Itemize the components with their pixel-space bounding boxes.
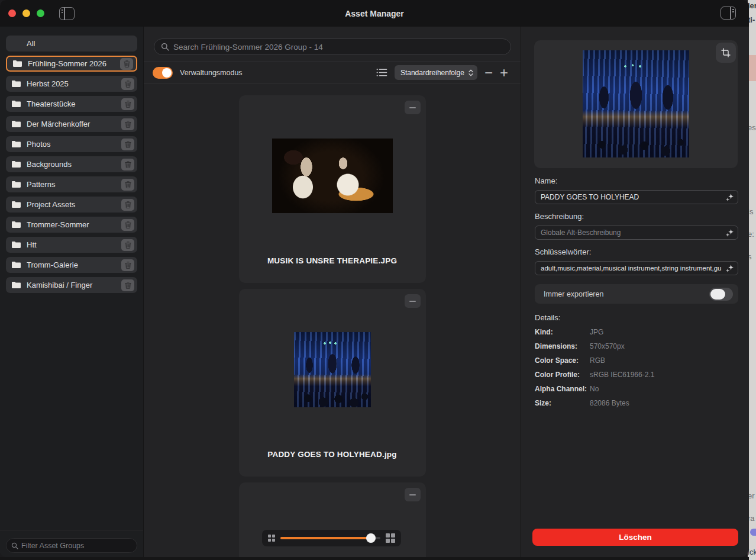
folder-icon xyxy=(11,241,21,249)
delete-group-button[interactable] xyxy=(121,219,134,231)
zoom-in-button[interactable]: + xyxy=(500,67,508,79)
ai-sparkle-icon[interactable] xyxy=(726,228,734,237)
delete-button[interactable]: Löschen xyxy=(532,529,738,546)
delete-group-button[interactable] xyxy=(121,78,134,90)
sidebar-item-label: Patterns xyxy=(27,180,121,189)
sidebar-item-group[interactable]: Htt xyxy=(6,237,137,253)
sort-order-value: Standardreihenfolge xyxy=(400,69,464,77)
zoom-window-button[interactable] xyxy=(37,9,44,17)
name-input[interactable]: PADDY GOES TO HOLYHEAD xyxy=(535,190,738,204)
folder-icon xyxy=(11,80,21,88)
delete-group-button[interactable] xyxy=(121,199,134,211)
toggle-sidebar-icon[interactable] xyxy=(59,7,75,20)
delete-group-button[interactable] xyxy=(121,279,134,291)
sidebar-item-label: Theaterstücke xyxy=(27,99,121,108)
ai-sparkle-icon[interactable] xyxy=(726,193,734,201)
search-input[interactable]: Search Frühling-Sommer 2026 Group - 14 xyxy=(154,38,511,55)
folder-icon xyxy=(11,160,21,168)
detail-row: Kind: JPG xyxy=(535,328,738,336)
detail-value: 82086 Bytes xyxy=(590,399,629,407)
sidebar-item-group[interactable]: Backgrounds xyxy=(6,156,137,172)
sidebar-item-group[interactable]: Der Märchenkoffer xyxy=(6,116,137,132)
sidebar-item-group[interactable]: Tromm-Galerie xyxy=(6,257,137,273)
sidebar-divider xyxy=(0,530,143,530)
bg-pink-block xyxy=(748,55,756,81)
filter-asset-groups-input[interactable]: Filter Asset Groups xyxy=(6,538,137,553)
detail-value: sRGB IEC61966-2.1 xyxy=(590,371,654,379)
sidebar-item-group[interactable]: Patterns xyxy=(6,176,137,192)
bg-blue-oval xyxy=(750,529,756,536)
sidebar-item-group[interactable]: Project Assets xyxy=(6,197,137,213)
always-export-row: Immer exportieren xyxy=(535,284,738,304)
ai-sparkle-icon[interactable] xyxy=(726,264,734,272)
delete-group-button[interactable] xyxy=(121,139,134,150)
delete-group-button[interactable] xyxy=(121,98,134,110)
always-export-label: Immer exportieren xyxy=(544,290,709,298)
asset-card[interactable]: MUSIK IS UNSRE THERAPIE.JPG xyxy=(239,95,426,283)
name-label: Name: xyxy=(535,176,557,185)
sidebar-item-label: All xyxy=(27,39,134,48)
delete-group-button[interactable] xyxy=(121,259,134,271)
thumbnail-size-slider[interactable] xyxy=(280,537,380,539)
preview-image xyxy=(583,50,689,157)
zoom-out-button[interactable]: − xyxy=(484,67,493,79)
close-window-button[interactable] xyxy=(8,9,16,17)
crop-icon xyxy=(721,48,731,57)
slider-fill xyxy=(280,537,371,539)
sidebar-item-label: Kamishibai / Finger xyxy=(27,281,121,289)
detail-label: Color Space: xyxy=(535,356,590,365)
sidebar-item-label: Project Assets xyxy=(27,200,121,209)
detail-row: Dimensions: 570x570px xyxy=(535,342,738,350)
search-icon xyxy=(11,542,18,549)
list-view-icon[interactable] xyxy=(376,68,387,77)
toggle-inspector-icon[interactable] xyxy=(721,7,736,20)
delete-group-button[interactable] xyxy=(121,179,134,191)
sidebar-item-group[interactable]: Theaterstücke xyxy=(6,96,137,112)
keywords-input[interactable]: adult,music,material,musical instrument,… xyxy=(535,261,738,275)
management-mode-toggle[interactable] xyxy=(153,67,173,79)
folder-icon xyxy=(11,120,21,128)
delete-group-button[interactable] xyxy=(121,239,134,251)
folder-icon xyxy=(12,60,22,67)
sidebar-item-label: Trommer-Sommer xyxy=(27,220,121,229)
description-placeholder: Globale Alt-Beschreibung xyxy=(541,228,726,237)
bg-fragment: ick xyxy=(748,548,756,556)
delete-group-button[interactable] xyxy=(120,58,133,70)
traffic-lights xyxy=(8,9,44,17)
sort-order-select[interactable]: Standardreihenfolge xyxy=(395,65,477,80)
folder-icon xyxy=(11,281,21,289)
sidebar-item-label: Htt xyxy=(27,240,121,249)
asset-card[interactable]: PADDY GOES TO HOLYHEAD.jpg xyxy=(239,289,426,477)
folder-icon xyxy=(11,181,21,188)
sidebar-item-group[interactable]: Photos xyxy=(6,136,137,152)
remove-asset-button[interactable] xyxy=(405,294,421,308)
detail-row: Color Profile: sRGB IEC61966-2.1 xyxy=(535,371,738,379)
detail-label: Size: xyxy=(535,399,590,407)
always-export-toggle[interactable] xyxy=(709,288,733,301)
detail-value: JPG xyxy=(590,328,603,336)
remove-asset-button[interactable] xyxy=(405,101,421,114)
keywords-value: adult,music,material,musical instrument,… xyxy=(541,265,726,272)
sidebar-item-label: Herbst 2025 xyxy=(27,79,121,88)
asset-caption: MUSIK IS UNSRE THERAPIE.JPG xyxy=(267,256,397,265)
folder-icon xyxy=(11,261,21,269)
sidebar-item-group[interactable]: Kamishibai / Finger xyxy=(6,277,137,293)
crop-button[interactable] xyxy=(716,43,736,63)
description-input[interactable]: Globale Alt-Beschreibung xyxy=(535,226,738,240)
app-window: Asset Manager All Frühling-Sommer 2026 H… xyxy=(0,0,749,557)
delete-group-button[interactable] xyxy=(121,159,134,170)
bg-fragment: ler xyxy=(748,1,756,10)
folder-icon xyxy=(11,201,21,208)
minimize-window-button[interactable] xyxy=(22,9,30,17)
sidebar-item-label: Tromm-Galerie xyxy=(27,260,121,269)
asset-thumbnail xyxy=(272,139,393,213)
delete-group-button[interactable] xyxy=(121,118,134,130)
sidebar-item-all[interactable]: All xyxy=(6,36,137,52)
slider-knob[interactable] xyxy=(366,533,376,543)
remove-asset-button[interactable] xyxy=(405,488,421,501)
asset-caption: PADDY GOES TO HOLYHEAD.jpg xyxy=(267,450,396,459)
sidebar-item-group[interactable]: Herbst 2025 xyxy=(6,76,137,92)
sidebar-item-group[interactable]: Frühling-Sommer 2026 xyxy=(6,56,137,72)
sidebar-item-group[interactable]: Trommer-Sommer xyxy=(6,217,137,233)
window-title: Asset Manager xyxy=(345,9,404,18)
